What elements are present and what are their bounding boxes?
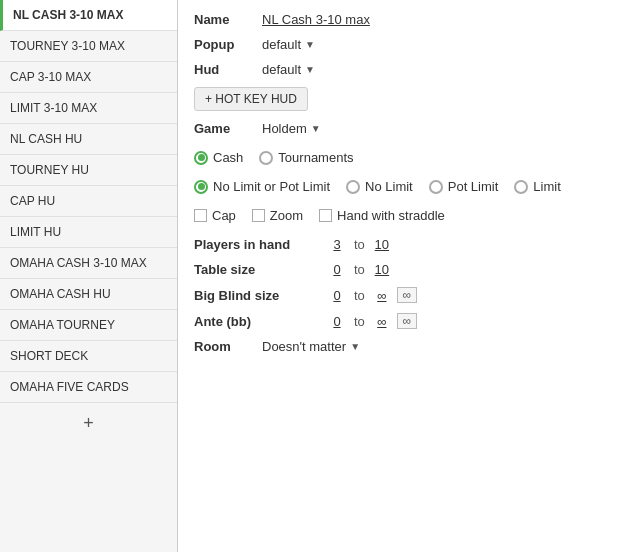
bb-infinity-button[interactable]: ∞	[397, 287, 417, 303]
straddle-checkbox-box	[319, 209, 332, 222]
table-from-value[interactable]: 0	[328, 262, 346, 277]
hotkey-hud-button[interactable]: + HOT KEY HUD	[194, 87, 308, 111]
game-label: Game	[194, 121, 254, 136]
ante-from-value[interactable]: 0	[328, 314, 346, 329]
room-label: Room	[194, 339, 254, 354]
name-row: Name NL Cash 3-10 max	[194, 12, 623, 27]
sidebar-item-omaha-tourney[interactable]: OMAHA TOURNEY	[0, 310, 177, 341]
zoom-checkbox-box	[252, 209, 265, 222]
players-to-word: to	[354, 237, 365, 252]
potlimit-radio-circle	[429, 180, 443, 194]
big-blind-row: Big Blind size 0 to ∞ ∞	[194, 287, 623, 303]
big-blind-label: Big Blind size	[194, 288, 324, 303]
table-size-label: Table size	[194, 262, 324, 277]
sidebar-item-omaha-cash-hu[interactable]: OMAHA CASH HU	[0, 279, 177, 310]
sidebar-item-nl-cash-3-10-max[interactable]: NL CASH 3-10 MAX	[0, 0, 177, 31]
table-to-value[interactable]: 10	[373, 262, 391, 277]
sidebar: NL CASH 3-10 MAXTOURNEY 3-10 MAXCAP 3-10…	[0, 0, 178, 552]
bb-to-word: to	[354, 288, 365, 303]
limit-type-group: No Limit or Pot Limit No Limit Pot Limit…	[194, 179, 623, 194]
zoom-checkbox[interactable]: Zoom	[252, 208, 303, 223]
hotkey-row: + HOT KEY HUD	[194, 87, 623, 111]
no-limit-radio[interactable]: No Limit	[346, 179, 413, 194]
hand-with-straddle-checkbox[interactable]: Hand with straddle	[319, 208, 445, 223]
ante-label: Ante (bb)	[194, 314, 324, 329]
cap-checkbox-box	[194, 209, 207, 222]
name-value: NL Cash 3-10 max	[262, 12, 370, 27]
bb-to-value[interactable]: ∞	[373, 288, 391, 303]
game-value: Holdem	[262, 121, 307, 136]
main-content: Name NL Cash 3-10 max Popup default ▼ Hu…	[178, 0, 639, 552]
pot-limit-label: Pot Limit	[448, 179, 499, 194]
popup-dropdown[interactable]: default ▼	[262, 37, 315, 52]
sidebar-item-short-deck[interactable]: SHORT DECK	[0, 341, 177, 372]
pot-limit-radio[interactable]: Pot Limit	[429, 179, 499, 194]
popup-row: Popup default ▼	[194, 37, 623, 52]
hud-value: default	[262, 62, 301, 77]
table-to-word: to	[354, 262, 365, 277]
tournaments-radio[interactable]: Tournaments	[259, 150, 353, 165]
options-group: Cap Zoom Hand with straddle	[194, 208, 623, 223]
popup-label: Popup	[194, 37, 254, 52]
no-limit-label: No Limit	[365, 179, 413, 194]
players-to-value[interactable]: 10	[373, 237, 391, 252]
sidebar-item-omaha-cash-3-10-max[interactable]: OMAHA CASH 3-10 MAX	[0, 248, 177, 279]
cash-label: Cash	[213, 150, 243, 165]
popup-value: default	[262, 37, 301, 52]
hud-row: Hud default ▼	[194, 62, 623, 77]
sidebar-item-cap-3-10-max[interactable]: CAP 3-10 MAX	[0, 62, 177, 93]
ante-row: Ante (bb) 0 to ∞ ∞	[194, 313, 623, 329]
limit-radio[interactable]: Limit	[514, 179, 560, 194]
sidebar-item-tourney-3-10-max[interactable]: TOURNEY 3-10 MAX	[0, 31, 177, 62]
hud-dropdown[interactable]: default ▼	[262, 62, 315, 77]
tournaments-label: Tournaments	[278, 150, 353, 165]
room-row: Room Doesn't matter ▼	[194, 339, 623, 354]
name-label: Name	[194, 12, 254, 27]
cap-checkbox[interactable]: Cap	[194, 208, 236, 223]
nolimit-radio-circle	[346, 180, 360, 194]
game-dropdown[interactable]: Holdem ▼	[262, 121, 321, 136]
sidebar-add-button[interactable]: +	[0, 403, 177, 444]
ante-infinity-button[interactable]: ∞	[397, 313, 417, 329]
cap-label: Cap	[212, 208, 236, 223]
players-in-hand-label: Players in hand	[194, 237, 324, 252]
no-limit-or-pot-limit-label: No Limit or Pot Limit	[213, 179, 330, 194]
limit-label: Limit	[533, 179, 560, 194]
ante-to-value[interactable]: ∞	[373, 314, 391, 329]
zoom-label: Zoom	[270, 208, 303, 223]
sidebar-item-limit-hu[interactable]: LIMIT HU	[0, 217, 177, 248]
game-row: Game Holdem ▼	[194, 121, 623, 136]
hand-with-straddle-label: Hand with straddle	[337, 208, 445, 223]
game-arrow-icon: ▼	[311, 123, 321, 134]
table-size-row: Table size 0 to 10	[194, 262, 623, 277]
bb-from-value[interactable]: 0	[328, 288, 346, 303]
players-in-hand-row: Players in hand 3 to 10	[194, 237, 623, 252]
limit-radio-circle	[514, 180, 528, 194]
tournaments-radio-circle	[259, 151, 273, 165]
sidebar-item-limit-3-10-max[interactable]: LIMIT 3-10 MAX	[0, 93, 177, 124]
game-type-group: Cash Tournaments	[194, 150, 623, 165]
cash-radio[interactable]: Cash	[194, 150, 243, 165]
room-value: Doesn't matter	[262, 339, 346, 354]
ante-to-word: to	[354, 314, 365, 329]
no-limit-or-pot-limit-radio[interactable]: No Limit or Pot Limit	[194, 179, 330, 194]
room-dropdown[interactable]: Doesn't matter ▼	[262, 339, 360, 354]
hud-arrow-icon: ▼	[305, 64, 315, 75]
popup-arrow-icon: ▼	[305, 39, 315, 50]
sidebar-item-cap-hu[interactable]: CAP HU	[0, 186, 177, 217]
sidebar-item-tourney-hu[interactable]: TOURNEY HU	[0, 155, 177, 186]
cash-radio-circle	[194, 151, 208, 165]
players-from-value[interactable]: 3	[328, 237, 346, 252]
sidebar-item-nl-cash-hu[interactable]: NL CASH HU	[0, 124, 177, 155]
nolimitpot-radio-circle	[194, 180, 208, 194]
hud-label: Hud	[194, 62, 254, 77]
room-arrow-icon: ▼	[350, 341, 360, 352]
sidebar-item-omaha-five-cards[interactable]: OMAHA FIVE CARDS	[0, 372, 177, 403]
